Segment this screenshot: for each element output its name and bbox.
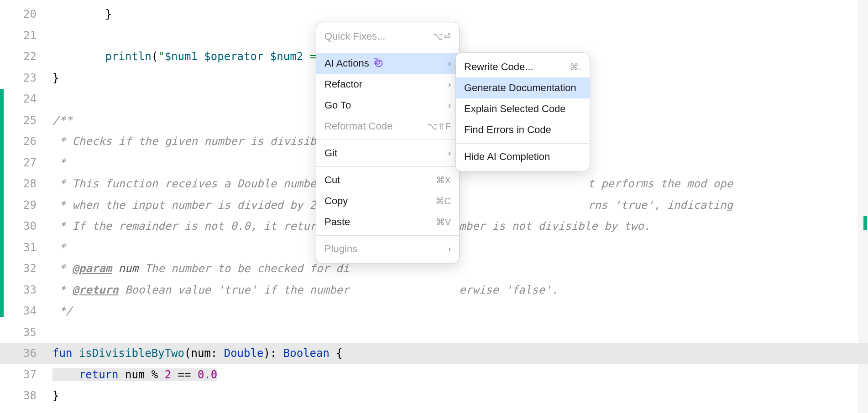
line-number[interactable]: 26	[0, 131, 50, 152]
menu-separator	[316, 139, 459, 140]
line-number[interactable]: 20	[0, 4, 50, 25]
chevron-right-icon: ›	[448, 59, 451, 68]
ai-actions-submenu: Rewrite Code... ⌘. Generate Documentatio…	[455, 52, 590, 171]
menu-label: Hide AI Completion	[464, 151, 550, 163]
menu-label: Reformat Code	[324, 120, 392, 132]
submenu-item-hide-ai[interactable]: Hide AI Completion	[456, 146, 590, 167]
menu-shortcut: ⌥⏎	[433, 31, 451, 42]
menu-item-plugins[interactable]: Plugins ›	[316, 238, 459, 259]
menu-item-reformat[interactable]: Reformat Code ⌥⇧F	[316, 116, 459, 137]
menu-item-ai-actions[interactable]: AI Actions ›	[316, 53, 459, 74]
menu-separator	[316, 235, 459, 236]
menu-item-goto[interactable]: Go To ›	[316, 95, 459, 116]
chevron-right-icon: ›	[448, 101, 451, 110]
menu-item-git[interactable]: Git ›	[316, 143, 459, 164]
line-number[interactable]: 37	[0, 364, 50, 386]
menu-label: Paste	[324, 216, 350, 228]
context-menu: Quick Fixes... ⌥⏎ AI Actions › Refactor …	[316, 22, 460, 263]
code-line: fun isDivisibleByTwo(num: Double): Boole…	[50, 343, 868, 364]
menu-label: AI Actions	[324, 57, 384, 69]
line-number[interactable]: 23	[0, 67, 50, 89]
submenu-item-find-errors[interactable]: Find Errors in Code	[456, 119, 590, 140]
menu-separator	[456, 143, 590, 144]
menu-item-quick-fixes[interactable]: Quick Fixes... ⌥⏎	[316, 26, 459, 47]
menu-label: Quick Fixes...	[324, 31, 385, 42]
menu-item-copy[interactable]: Copy ⌘C	[316, 191, 459, 212]
menu-label: Generate Documentation	[464, 82, 576, 94]
line-number[interactable]: 21	[0, 25, 50, 46]
submenu-item-generate-doc[interactable]: Generate Documentation	[456, 77, 590, 98]
menu-separator	[316, 166, 459, 167]
menu-item-cut[interactable]: Cut ⌘X	[316, 170, 459, 191]
menu-label: Rewrite Code...	[464, 61, 533, 73]
line-number[interactable]: 22	[0, 46, 50, 67]
chevron-right-icon: ›	[448, 244, 451, 254]
code-line: }	[50, 4, 868, 25]
menu-item-paste[interactable]: Paste ⌘V	[316, 212, 459, 232]
gutter: 20 21 22 23 24 25 26 27 28 29 30 31 32 3…	[0, 0, 50, 413]
code-line: return num % 2 == 0.0	[50, 364, 868, 386]
line-number[interactable]: 29	[0, 195, 50, 216]
code-line: * @return Boolean value 'true' if the nu…	[50, 279, 868, 301]
menu-label: Git	[324, 147, 337, 159]
line-number[interactable]: 38	[0, 385, 50, 407]
chevron-right-icon: ›	[448, 149, 451, 158]
menu-label: Explain Selected Code	[464, 103, 566, 115]
line-number[interactable]: 24	[0, 88, 50, 110]
ai-spiral-icon	[374, 58, 384, 68]
menu-label: Plugins	[324, 243, 357, 255]
line-number[interactable]: 35	[0, 322, 50, 343]
line-number[interactable]: 30	[0, 216, 50, 237]
menu-separator	[316, 50, 459, 50]
menu-label: Copy	[324, 195, 348, 207]
menu-label: Find Errors in Code	[464, 124, 551, 136]
menu-shortcut: ⌘C	[435, 196, 451, 206]
line-number[interactable]: 27	[0, 152, 50, 174]
line-number[interactable]: 34	[0, 300, 50, 322]
code-line: */	[50, 300, 868, 322]
line-number[interactable]: 31	[0, 237, 50, 258]
code-line: * @param num The number to be checked fo…	[50, 258, 868, 279]
submenu-item-explain[interactable]: Explain Selected Code	[456, 98, 590, 119]
chevron-right-icon: ›	[448, 80, 451, 89]
line-number[interactable]: 32	[0, 258, 50, 279]
menu-shortcut: ⌘V	[436, 217, 451, 227]
code-line: }	[50, 385, 868, 407]
menu-shortcut: ⌘.	[570, 62, 581, 72]
line-number[interactable]: 36	[0, 343, 50, 364]
menu-shortcut: ⌥⇧F	[427, 121, 451, 132]
submenu-item-rewrite[interactable]: Rewrite Code... ⌘.	[456, 57, 590, 77]
line-number[interactable]: 28	[0, 173, 50, 195]
menu-label: Refactor	[324, 78, 362, 90]
menu-label: Go To	[324, 99, 351, 111]
code-line	[50, 322, 868, 343]
menu-label: Cut	[324, 174, 340, 186]
line-number[interactable]: 25	[0, 110, 50, 131]
menu-item-refactor[interactable]: Refactor ›	[316, 74, 459, 95]
line-number[interactable]: 33	[0, 279, 50, 301]
menu-shortcut: ⌘X	[436, 175, 451, 186]
